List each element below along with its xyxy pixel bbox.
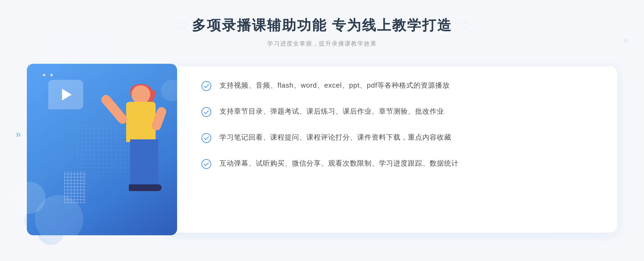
title-dots-left: ⁚ ⁚ — [176, 21, 186, 30]
feature-text-3: 学习笔记回看、课程提问、课程评论打分、课件资料下载，重点内容收藏 — [219, 132, 451, 143]
sparkle-dots: ✦ ✦ — [42, 72, 54, 79]
person-arm-left — [100, 93, 129, 126]
svg-point-3 — [202, 159, 211, 169]
person-illustration — [97, 80, 172, 235]
feature-text-1: 支持视频、音频、flash、word、excel、ppt、pdf等各种格式的资源… — [219, 80, 450, 91]
feature-item-3: 学习笔记回看、课程提问、课程评论打分、课件资料下载，重点内容收藏 — [201, 132, 596, 143]
person-pants-right — [144, 139, 158, 188]
check-icon-2 — [201, 107, 211, 117]
feature-item-2: 支持章节目录、弹题考试、课后练习、课后作业、章节测验、批改作业 — [201, 106, 596, 117]
title-dots-right: ⁚ ⁚ — [458, 21, 468, 30]
page-subtitle: 学习进度全掌握，提升录播课教学效果 — [0, 40, 644, 48]
person-pants-left — [130, 139, 145, 188]
page-header: ⁚ ⁚ 多项录播课辅助功能 专为线上教学打造 ⁚ ⁚ 学习进度全掌握，提升录播课… — [0, 0, 644, 48]
play-bubble — [48, 80, 83, 109]
person-body — [126, 102, 156, 142]
feature-item-4: 互动弹幕、试听购买、微信分享、观看次数限制、学习进度跟踪、数据统计 — [201, 158, 596, 169]
page-title: 多项录播课辅助功能 专为线上教学打造 — [192, 16, 452, 35]
illus-circle-2 — [35, 195, 83, 243]
svg-point-1 — [202, 107, 211, 117]
person-head — [131, 85, 150, 104]
svg-point-0 — [202, 81, 211, 91]
play-icon — [62, 89, 72, 100]
illustration-card: ✦ ✦ — [27, 64, 177, 235]
feature-text-2: 支持章节目录、弹题考试、课后练习、课后作业、章节测验、批改作业 — [219, 106, 444, 117]
feature-text-4: 互动弹幕、试听购买、微信分享、观看次数限制、学习进度跟踪、数据统计 — [219, 158, 459, 169]
check-icon-3 — [201, 133, 211, 143]
svg-point-2 — [202, 133, 211, 143]
person-shoe-right — [143, 184, 162, 191]
feature-item-1: 支持视频、音频、flash、word、excel、ppt、pdf等各种格式的资源… — [201, 80, 596, 91]
check-icon-1 — [201, 81, 211, 91]
feature-panel: 支持视频、音频、flash、word、excel、ppt、pdf等各种格式的资源… — [169, 66, 617, 233]
main-content: ✦ ✦ — [0, 64, 644, 235]
check-icon-4 — [201, 159, 211, 169]
